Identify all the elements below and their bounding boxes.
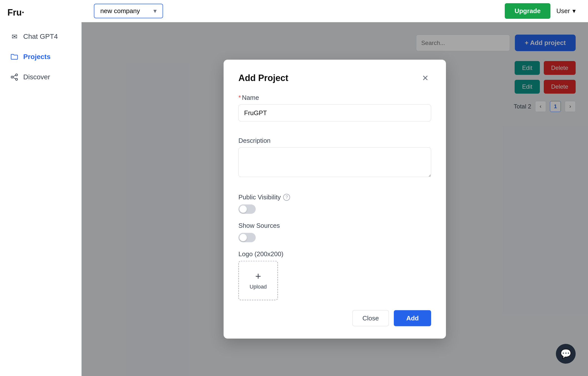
share-icon xyxy=(10,73,19,82)
required-star: * xyxy=(238,94,241,101)
svg-point-0 xyxy=(16,74,18,76)
chat-icon: 💬 xyxy=(560,349,571,359)
svg-point-1 xyxy=(11,76,13,78)
svg-line-4 xyxy=(13,78,16,79)
name-field-section: *Name xyxy=(238,94,431,129)
main-content: new company ▾ Upgrade User ▾ + Add proje… xyxy=(82,0,588,376)
folder-icon xyxy=(10,52,19,61)
show-sources-toggle[interactable] xyxy=(238,233,256,242)
sidebar: Fru· ✉ Chat GPT4 Projects xyxy=(0,0,82,376)
modal-title: Add Project xyxy=(238,73,288,83)
description-input[interactable] xyxy=(238,147,431,177)
sidebar-item-discover[interactable]: Discover xyxy=(5,68,77,86)
logo-upload-button[interactable]: + Upload xyxy=(238,261,278,300)
header: new company ▾ Upgrade User ▾ xyxy=(82,0,588,22)
svg-line-3 xyxy=(13,75,16,77)
show-sources-label-row: Show Sources xyxy=(238,222,431,230)
header-right: Upgrade User ▾ xyxy=(505,3,576,19)
modal-header: Add Project ✕ xyxy=(238,72,431,84)
page-content: + Add project Edit Delete Edit Delete To… xyxy=(82,22,588,376)
upload-plus-icon: + xyxy=(255,271,261,281)
modal-footer: Close Add xyxy=(238,310,431,326)
show-sources-label: Show Sources xyxy=(238,222,280,230)
company-name: new company xyxy=(100,7,140,15)
upload-label: Upload xyxy=(250,284,267,290)
toggle-knob xyxy=(239,206,247,213)
add-project-modal: Add Project ✕ *Name Description xyxy=(224,60,446,339)
public-visibility-help-icon[interactable]: ? xyxy=(283,194,290,201)
description-field-section: Description xyxy=(238,137,431,186)
chevron-down-icon: ▾ xyxy=(572,7,576,15)
chat-bubble-button[interactable]: 💬 xyxy=(556,344,576,364)
sidebar-item-chat-gpt4[interactable]: ✉ Chat GPT4 xyxy=(5,28,77,45)
email-icon: ✉ xyxy=(10,32,19,41)
name-label: *Name xyxy=(238,94,431,102)
description-label: Description xyxy=(238,137,431,145)
upgrade-button[interactable]: Upgrade xyxy=(505,3,550,19)
sidebar-item-label: Projects xyxy=(23,53,51,61)
sidebar-item-label: Discover xyxy=(23,73,50,81)
modal-close-button[interactable]: ✕ xyxy=(419,72,431,84)
public-visibility-label-row: Public Visibility ? xyxy=(238,193,431,201)
public-visibility-label: Public Visibility xyxy=(238,193,281,201)
logo-section: Logo (200x200) + Upload xyxy=(238,250,431,300)
name-input[interactable] xyxy=(238,104,431,122)
add-button[interactable]: Add xyxy=(394,310,431,326)
sidebar-item-projects[interactable]: Projects xyxy=(5,48,77,66)
company-selector[interactable]: new company ▾ xyxy=(94,4,163,18)
logo-label: Logo (200x200) xyxy=(238,250,431,258)
svg-point-2 xyxy=(16,78,18,80)
sidebar-item-label: Chat GPT4 xyxy=(23,33,58,41)
user-label: User xyxy=(556,7,570,15)
close-button[interactable]: Close xyxy=(352,310,389,326)
user-menu[interactable]: User ▾ xyxy=(556,7,576,15)
public-visibility-section: Public Visibility ? xyxy=(238,193,431,214)
chevron-down-icon: ▾ xyxy=(153,7,157,15)
toggle-knob xyxy=(239,234,247,241)
show-sources-section: Show Sources xyxy=(238,222,431,242)
app-logo: Fru· xyxy=(5,7,77,18)
public-visibility-toggle[interactable] xyxy=(238,205,256,214)
